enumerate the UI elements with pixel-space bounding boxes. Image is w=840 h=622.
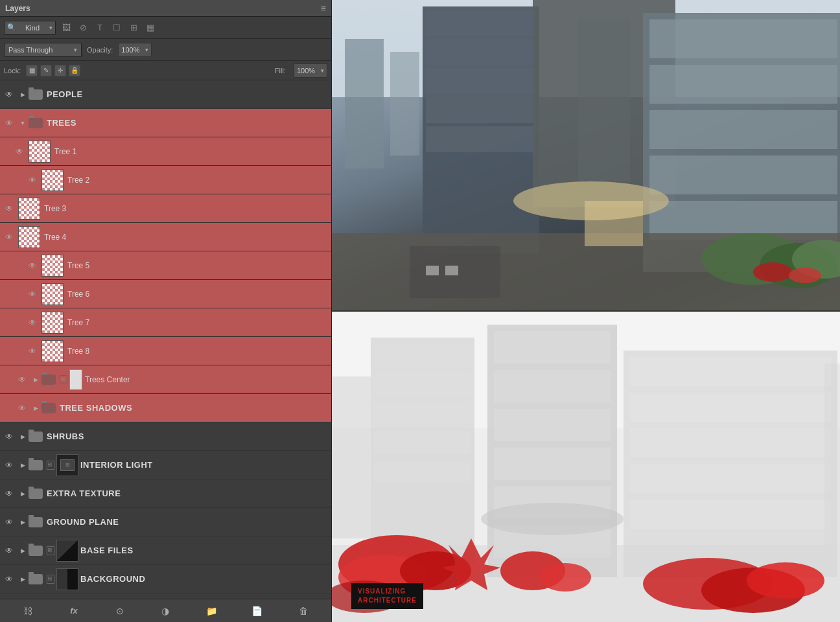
lock-pixels-icon[interactable]: ▦: [26, 65, 38, 76]
svg-rect-21: [445, 266, 458, 275]
expand-ground-plane[interactable]: ▶: [18, 518, 27, 527]
expand-base-files[interactable]: ▶: [18, 546, 27, 555]
visibility-tree6[interactable]: 👁: [26, 288, 39, 301]
expand-people[interactable]: ▶: [18, 90, 27, 99]
link-layers-icon[interactable]: ⛓: [20, 603, 36, 619]
visibility-shrubs[interactable]: 👁: [3, 430, 16, 443]
layer-row-tree5[interactable]: 👁 Tree 5: [0, 251, 331, 280]
text-filter-icon[interactable]: T: [93, 21, 106, 34]
delete-layer-icon[interactable]: 🗑: [296, 603, 311, 619]
layer-name-ground-plane: GROUND PLANE: [47, 517, 329, 527]
layer-row-background[interactable]: 👁 ▶ ⛓ BACKGROUND: [0, 565, 331, 593]
visibility-people[interactable]: 👁: [3, 88, 16, 101]
lock-paint-icon[interactable]: ✎: [40, 65, 52, 76]
blend-mode-dropdown[interactable]: Pass Through ▾: [4, 43, 82, 57]
expand-background[interactable]: ▶: [18, 575, 27, 584]
layer-name-tree8: Tree 8: [67, 347, 329, 356]
kind-dropdown[interactable]: 🔍 Kind ▾: [4, 21, 56, 35]
layer-name-tree4: Tree 4: [44, 233, 329, 242]
layer-row-trees-center[interactable]: 👁 ▶ ⛓ Trees Center: [0, 365, 331, 394]
visibility-tree2[interactable]: 👁: [26, 174, 39, 187]
layer-row-shrubs[interactable]: 👁 ▶ SHRUBS: [0, 422, 331, 451]
new-layer-icon[interactable]: 📄: [250, 603, 265, 619]
lock-all-icon[interactable]: 🔒: [69, 65, 80, 76]
visibility-tree4[interactable]: 👁: [3, 231, 16, 244]
svg-rect-7: [426, 68, 536, 94]
visibility-tree7[interactable]: 👁: [26, 316, 39, 329]
svg-rect-9: [426, 126, 536, 152]
smart-filter-icon[interactable]: ⊞: [127, 21, 140, 34]
opacity-input[interactable]: 100% ▾: [118, 43, 152, 57]
visibility-tree-shadows[interactable]: 👁: [16, 402, 29, 415]
layer-row-tree2[interactable]: 👁 Tree 2: [0, 166, 331, 194]
visibility-tree1[interactable]: 👁: [13, 145, 26, 158]
panel-footer: ⛓ fx ⊙ ◑ 📁 📄 🗑: [0, 599, 331, 622]
visibility-background[interactable]: 👁: [3, 573, 16, 586]
svg-rect-34: [374, 432, 471, 454]
expand-extra-texture[interactable]: ▶: [18, 489, 27, 498]
layer-row-tree8[interactable]: 👁 Tree 8: [0, 337, 331, 365]
pixel-filter-icon[interactable]: ▦: [144, 21, 157, 34]
expand-trees-center[interactable]: ▶: [31, 375, 40, 384]
adjustment-layer-icon[interactable]: ◑: [158, 603, 173, 619]
visibility-extra-texture[interactable]: 👁: [3, 487, 16, 500]
lock-icons: ▦ ✎ ✛ 🔒: [26, 65, 80, 76]
thumb-interior-light: ⊞: [56, 454, 78, 476]
layer-row-tree1[interactable]: 👁 Tree 1: [0, 137, 331, 166]
arch-render-top: [332, 0, 840, 310]
fill-input[interactable]: 100% ▾: [294, 63, 327, 78]
folder-icon-people: [29, 89, 43, 100]
visibility-base-files[interactable]: 👁: [3, 544, 16, 557]
expand-interior-light[interactable]: ▶: [18, 461, 27, 470]
expand-trees[interactable]: ▼: [18, 119, 27, 128]
opacity-label: Opacity:: [87, 46, 113, 54]
layer-row-tree7[interactable]: 👁 Tree 7: [0, 308, 331, 337]
svg-point-26: [789, 268, 821, 283]
visibility-trees[interactable]: 👁: [3, 117, 16, 130]
fill-label: Fill:: [275, 67, 286, 75]
adjustment-filter-icon[interactable]: ⊘: [76, 21, 89, 34]
visibility-interior-light[interactable]: 👁: [3, 459, 16, 472]
layer-row-sky[interactable]: 👁 ▶ SKY: [0, 593, 331, 599]
layer-row-ground-plane[interactable]: 👁 ▶ GROUND PLANE: [0, 508, 331, 536]
visibility-trees-center[interactable]: 👁: [16, 373, 29, 386]
folder-icon-trees-center: [41, 374, 56, 385]
thumb-tree5: [41, 255, 64, 277]
viz-line2: ARCHITECTURE: [358, 596, 417, 605]
svg-point-55: [539, 563, 591, 592]
folder-icon-tree-shadows: [41, 403, 56, 413]
new-fill-layer-icon[interactable]: ⊙: [112, 603, 128, 619]
visibility-tree5[interactable]: 👁: [26, 259, 39, 272]
folder-icon-background: [29, 574, 43, 584]
thumb-tree4: [18, 226, 40, 248]
layer-row-base-files[interactable]: 👁 ▶ ⛓ BASE FILES: [0, 536, 331, 565]
folder-icon-interior-light: [29, 460, 43, 470]
layer-row-interior-light[interactable]: 👁 ▶ ⛓ ⊞ INTERIOR LIGHT: [0, 451, 331, 479]
arch-svg-bottom: [332, 312, 840, 622]
new-group-icon[interactable]: 📁: [204, 603, 219, 619]
shape-filter-icon[interactable]: ☐: [110, 21, 123, 34]
folder-icon-base-files: [29, 546, 43, 556]
layer-row-extra-texture[interactable]: 👁 ▶ EXTRA TEXTURE: [0, 479, 331, 508]
layer-row-tree6[interactable]: 👁 Tree 6: [0, 280, 331, 308]
lock-position-icon[interactable]: ✛: [54, 65, 66, 76]
visibility-tree8[interactable]: 👁: [26, 345, 39, 358]
layer-row-trees[interactable]: 👁 ▼ TREES: [0, 109, 331, 137]
layer-row-tree3[interactable]: 👁 Tree 3: [0, 194, 331, 223]
layer-row-people[interactable]: 👁 ▶ PEOPLE: [0, 80, 331, 109]
svg-rect-61: [332, 376, 371, 538]
layer-row-tree4[interactable]: 👁 Tree 4: [0, 223, 331, 251]
visibility-tree3[interactable]: 👁: [3, 202, 16, 215]
visibility-ground-plane[interactable]: 👁: [3, 516, 16, 529]
image-filter-icon[interactable]: 🖼: [60, 21, 73, 34]
layer-name-shrubs: SHRUBS: [47, 432, 329, 441]
svg-rect-46: [630, 428, 831, 457]
svg-rect-48: [630, 500, 831, 529]
panel-menu-icon[interactable]: ≡: [321, 3, 326, 14]
fx-icon[interactable]: fx: [66, 603, 82, 619]
layer-row-tree-shadows[interactable]: 👁 ▶ TREE SHADOWS: [0, 394, 331, 422]
viz-arch-badge: VISUALIZING ARCHITECTURE: [351, 583, 423, 609]
folder-icon-ground-plane: [29, 517, 43, 527]
expand-tree-shadows[interactable]: ▶: [31, 404, 40, 413]
expand-shrubs[interactable]: ▶: [18, 432, 27, 441]
